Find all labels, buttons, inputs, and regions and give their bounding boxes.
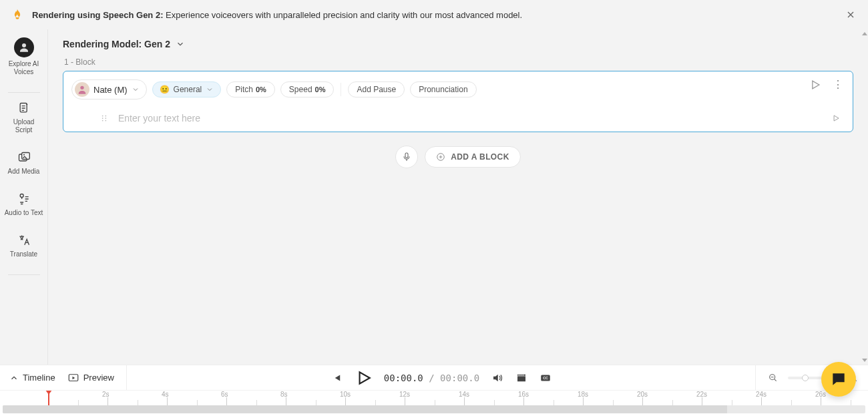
ruler-label: 18s: [578, 391, 588, 398]
timeline-ruler[interactable]: 2s4s6s8s10s12s14s16s18s20s22s24s26s: [0, 390, 868, 414]
tone-label: General: [174, 85, 202, 94]
svg-text:CC: CC: [543, 376, 548, 380]
ruler-label: 10s: [340, 391, 351, 398]
sidebar-item-audio-to-text[interactable]: Audio to Text: [4, 192, 44, 224]
svg-point-5: [20, 194, 23, 198]
add-block-button[interactable]: ADD A BLOCK: [425, 146, 521, 168]
ruler-label: 8s: [280, 391, 288, 398]
svg-point-12: [105, 120, 106, 122]
timeline-segment: [3, 405, 727, 413]
preview-icon: [67, 372, 79, 384]
sidebar-item-explore-voices[interactable]: Explore AI Voices: [4, 37, 44, 83]
media-icon: [17, 150, 31, 165]
ruler-label: 14s: [459, 391, 469, 398]
close-icon[interactable]: [845, 9, 856, 20]
svg-point-0: [22, 43, 26, 47]
tone-selector[interactable]: 😐 General: [152, 81, 222, 97]
play-line-button[interactable]: [831, 114, 841, 123]
translate-icon: [17, 233, 31, 248]
zoom-out-button[interactable]: [768, 373, 779, 383]
playhead[interactable]: [48, 391, 49, 405]
time-display: 00:00.0 / 00:00.0: [384, 373, 479, 383]
block-text-input[interactable]: [118, 113, 845, 124]
document-upload-icon: [17, 101, 31, 116]
chevron-down-icon: [206, 85, 214, 93]
playback-controls-bar: Timeline Preview 00:00.0 / 00:00.0 CC: [0, 365, 868, 390]
ruler-label: 2s: [102, 391, 110, 398]
ruler-label: 20s: [637, 391, 648, 398]
voice-selector[interactable]: Nate (M): [71, 79, 147, 99]
sidebar-item-label: Add Media: [8, 168, 40, 176]
add-block-label: ADD A BLOCK: [451, 152, 509, 162]
pronunciation-button[interactable]: Pronunciation: [410, 81, 476, 97]
voice-name: Nate (M): [93, 85, 128, 95]
svg-rect-13: [405, 153, 408, 158]
voice-avatar: [75, 82, 89, 97]
add-pause-button[interactable]: Add Pause: [348, 81, 405, 97]
sidebar-item-add-media[interactable]: Add Media: [4, 150, 44, 182]
banner-text: Rendering using Speech Gen 2: Experience…: [32, 10, 522, 20]
skip-previous-button[interactable]: [331, 372, 343, 384]
chevron-up-icon: [9, 373, 19, 383]
chevron-down-icon: [132, 85, 140, 93]
svg-rect-3: [21, 153, 29, 160]
flame-icon: [11, 8, 24, 21]
ruler-label: 26s: [815, 391, 826, 398]
ruler-label: 4s: [162, 391, 169, 398]
scroll-indicator[interactable]: [861, 29, 867, 365]
audio-to-text-icon: [17, 192, 31, 206]
ruler-label: 6s: [221, 391, 228, 398]
ruler-label: 16s: [518, 391, 529, 398]
block-index-label: 1 - Block: [64, 57, 853, 67]
announcement-banner: Rendering using Speech Gen 2: Experience…: [0, 0, 868, 29]
svg-point-10: [105, 116, 106, 117]
captions-button[interactable]: CC: [539, 372, 552, 384]
editor-main: Rendering Model: Gen 2 1 - Block Nate (M…: [48, 29, 868, 365]
block-toolbar: Nate (M) 😐 General Pitch 0% Speed 0%: [71, 79, 845, 99]
timeline-track[interactable]: [3, 405, 865, 413]
video-button[interactable]: [515, 372, 527, 384]
svg-point-9: [102, 120, 103, 122]
record-mic-button[interactable]: [395, 146, 418, 168]
speed-control[interactable]: Speed 0%: [280, 81, 335, 97]
sidebar-item-translate[interactable]: Translate: [4, 233, 44, 265]
svg-point-8: [102, 118, 103, 119]
volume-button[interactable]: [491, 372, 503, 384]
play-button[interactable]: [355, 369, 372, 387]
sidebar-item-upload-script[interactable]: Upload Script: [4, 101, 44, 141]
ruler-label: 12s: [399, 391, 410, 398]
sidebar-item-label: Translate: [10, 250, 37, 258]
speech-block: Nate (M) 😐 General Pitch 0% Speed 0%: [63, 71, 853, 132]
plus-circle-icon: [436, 152, 445, 162]
drag-handle-icon[interactable]: [99, 114, 109, 123]
pitch-control[interactable]: Pitch 0%: [226, 81, 275, 97]
sidebar-item-label: Upload Script: [4, 118, 44, 134]
play-block-button[interactable]: [809, 78, 822, 91]
rendering-model-dropdown[interactable]: Rendering Model: Gen 2: [63, 39, 853, 49]
sidebar-item-label: Audio to Text: [5, 209, 43, 217]
toolbar-separator: [341, 83, 341, 96]
sidebar-item-label: Explore AI Voices: [4, 60, 44, 76]
sidebar: Explore AI Voices Upload Script Add Medi…: [0, 29, 48, 365]
svg-point-7: [102, 116, 103, 117]
zoom-thumb[interactable]: [802, 375, 809, 381]
emoji-neutral-icon: 😐: [160, 85, 170, 94]
more-options-button[interactable]: ⋮: [833, 79, 843, 90]
ruler-label: 24s: [756, 391, 767, 398]
svg-point-4: [23, 154, 25, 156]
timeline-toggle[interactable]: Timeline: [9, 373, 55, 383]
ruler-label: 22s: [696, 391, 707, 398]
svg-point-6: [80, 86, 83, 89]
rendering-model-label: Rendering Model: Gen 2: [63, 39, 170, 49]
chat-fab[interactable]: [821, 362, 856, 397]
chevron-down-icon: [176, 39, 185, 49]
preview-button[interactable]: Preview: [67, 372, 114, 384]
svg-point-11: [105, 118, 106, 119]
avatar: [14, 37, 34, 57]
